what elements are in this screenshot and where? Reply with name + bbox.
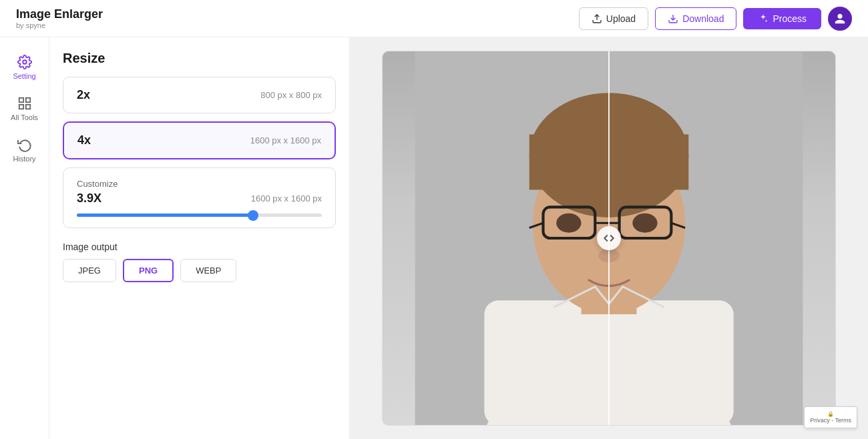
user-icon [834,13,846,25]
person-image [383,51,835,425]
format-options: JPEG PNG WEBP [63,259,336,282]
format-png[interactable]: PNG [123,259,174,282]
app-by: by spyne [16,21,103,29]
topbar-actions: Upload Download Process [579,7,852,31]
format-jpeg[interactable]: JPEG [63,259,116,282]
output-label: Image output [63,242,336,252]
sidebar-item-setting[interactable]: Setting [3,48,46,87]
sidebar-label-setting: Setting [13,72,35,80]
svg-rect-4 [25,98,29,102]
dims-2x: 800 px x 800 px [260,90,322,100]
topbar: Image Enlarger by spyne Upload Download … [0,0,868,37]
customize-scale: 3.9X [77,191,101,205]
settings-icon [17,55,32,69]
upload-icon [592,13,602,24]
resize-panel: Resize 2x 800 px x 800 px 4x 1600 px x 1… [49,37,350,439]
main-layout: Setting All Tools History Resize 2x 800 … [0,37,868,439]
recaptcha-text: Privacy - Terms [810,417,851,424]
history-icon [17,137,32,152]
scale-4x-label: 4x [77,133,91,147]
svg-point-20 [632,213,657,233]
sidebar: Setting All Tools History [0,37,49,439]
svg-point-19 [556,213,581,233]
image-compare-wrapper [382,51,836,426]
slider-fill [77,213,253,217]
compare-arrows-icon [603,232,615,244]
resize-option-4x[interactable]: 4x 1600 px x 1600 px [63,121,336,159]
sidebar-label-history: History [13,155,35,163]
sidebar-item-all-tools[interactable]: All Tools [3,89,46,128]
svg-rect-6 [25,105,29,109]
panel-title: Resize [63,51,336,66]
customize-dims: 1600 px x 1600 px [251,193,322,203]
svg-rect-3 [19,98,23,102]
customize-row: 3.9X 1600 px x 1600 px [77,191,322,205]
customize-label: Customize [77,179,322,189]
preview-area [350,37,868,439]
resize-option-2x[interactable]: 2x 800 px x 800 px [63,77,336,113]
download-icon [668,13,678,24]
svg-point-2 [23,60,27,64]
dims-4x: 1600 px x 1600 px [250,135,321,145]
all-tools-icon [17,96,32,111]
image-output-section: Image output JPEG PNG WEBP [63,242,336,282]
scale-2x-label: 2x [77,88,90,102]
sidebar-item-history[interactable]: History [3,131,46,169]
sidebar-label-all-tools: All Tools [11,113,38,121]
recaptcha-badge: 🔒 Privacy - Terms [804,406,857,428]
app-logo: Image Enlarger by spyne [16,7,103,29]
download-button[interactable]: Download [655,7,736,30]
slider-thumb[interactable] [248,210,258,221]
upload-button[interactable]: Upload [579,7,648,30]
process-button[interactable]: Process [743,8,821,29]
format-webp[interactable]: WEBP [180,259,236,282]
sparkle-icon [758,13,769,24]
customize-slider[interactable] [77,213,322,217]
compare-handle[interactable] [597,226,621,250]
app-name: Image Enlarger [16,7,103,21]
avatar[interactable] [828,7,852,31]
svg-rect-5 [19,105,23,109]
customize-box: Customize 3.9X 1600 px x 1600 px [63,167,336,228]
